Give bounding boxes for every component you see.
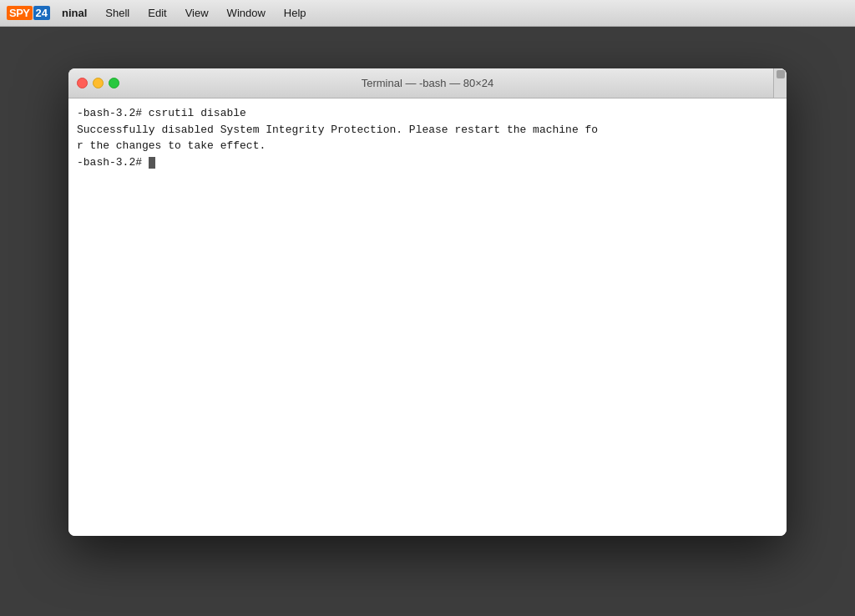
window-controls [77,78,119,88]
menu-item-shell[interactable]: Shell [97,5,138,21]
menu-item-appname[interactable]: ninal [53,5,95,21]
menu-item-edit[interactable]: Edit [139,5,175,21]
terminal-content[interactable]: -bash-3.2# csrutil disable Successfully … [68,98,787,536]
terminal-line-1: -bash-3.2# csrutil disable [77,105,778,122]
titlebar-scrollbar [773,68,787,98]
spy-text: SPY [7,6,33,20]
menu-item-view[interactable]: View [177,5,217,21]
menu-bar: SPY 24 ninal Shell Edit View Window Help [0,0,855,27]
menu-items-container: ninal Shell Edit View Window Help [53,5,315,21]
maximize-button[interactable] [109,78,119,88]
terminal-titlebar: Terminal — -bash — 80×24 [68,68,787,98]
terminal-cursor [149,157,155,169]
app-logo: SPY 24 [7,6,50,20]
terminal-title: Terminal — -bash — 80×24 [362,77,494,89]
terminal-line-2: Successfully disabled System Integrity P… [77,122,778,139]
terminal-line-4: -bash-3.2# [77,154,778,171]
minimize-button[interactable] [93,78,104,88]
menu-item-help[interactable]: Help [276,5,315,21]
desktop: Terminal — -bash — 80×24 -bash-3.2# csru… [0,27,855,616]
scrollbar-thumb[interactable] [777,70,785,78]
spy-24-text: 24 [33,6,50,20]
menu-item-window[interactable]: Window [219,5,274,21]
terminal-window: Terminal — -bash — 80×24 -bash-3.2# csru… [68,68,787,536]
close-button[interactable] [77,78,88,88]
terminal-line-3: r the changes to take effect. [77,138,778,154]
